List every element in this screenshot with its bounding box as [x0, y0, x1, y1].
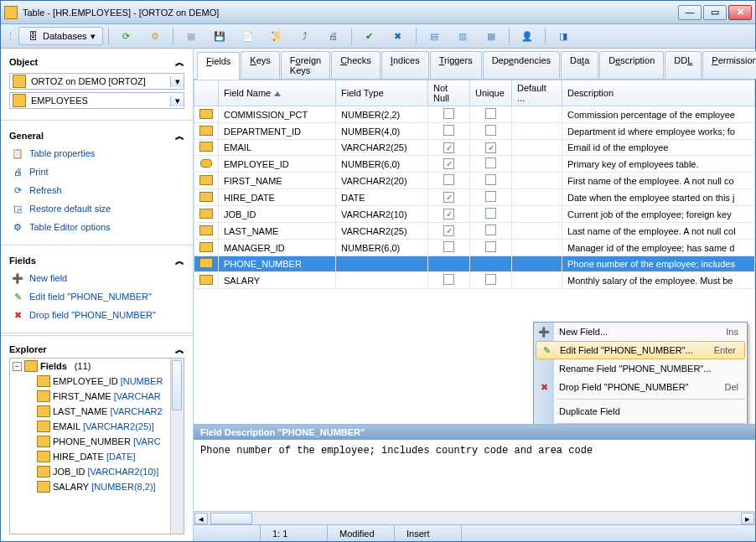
table-row[interactable]: PHONE_NUMBERPhone number of the employee… — [194, 256, 755, 272]
checkbox[interactable] — [485, 191, 496, 202]
tab-description[interactable]: Description — [599, 51, 664, 79]
checkbox[interactable] — [485, 225, 496, 235]
context-menu-item[interactable]: Duplicate Field — [534, 402, 747, 421]
tree-item[interactable]: LAST_NAME [VARCHAR2 — [10, 404, 184, 419]
commit-button[interactable]: ✔ — [357, 27, 382, 45]
checkbox[interactable] — [443, 241, 454, 252]
tree-item[interactable]: SALARY [NUMBER(8,2)] — [10, 479, 184, 494]
column-header[interactable]: Description — [562, 80, 755, 106]
table-row[interactable]: FIRST_NAMEVARCHAR2(20)First name of the … — [194, 173, 755, 189]
tb-btn-9[interactable]: ◨ — [551, 27, 576, 45]
tree-item[interactable]: FIRST_NAME [VARCHAR — [10, 389, 184, 404]
tb-btn-4[interactable]: ⤴ — [293, 27, 318, 45]
fields-action-item[interactable]: ✖Drop field "PHONE_NUMBER" — [9, 306, 184, 324]
checkbox[interactable]: ✓ — [443, 142, 454, 153]
maximize-button[interactable]: ▭ — [703, 5, 727, 20]
tree-item[interactable]: JOB_ID [VARCHAR2(10)] — [10, 464, 184, 479]
tree-item[interactable]: EMPLOYEE_ID [NUMBER — [10, 374, 184, 389]
scroll-left-button[interactable]: ◂ — [194, 513, 208, 524]
checkbox[interactable] — [443, 125, 454, 136]
checkbox[interactable] — [485, 125, 496, 136]
tab-data[interactable]: Data — [561, 51, 598, 79]
tree-item[interactable]: EMAIL [VARCHAR2(25)] — [10, 419, 184, 434]
fields-action-item[interactable]: ➕New field — [9, 269, 184, 287]
fields-grid[interactable]: Field NameField TypeNot NullUniqueDefaul… — [194, 80, 755, 289]
checkbox[interactable] — [485, 208, 496, 219]
column-header[interactable]: Field Type — [336, 80, 428, 106]
table-row[interactable]: SALARYMonthly salary of the employee. Mu… — [194, 272, 755, 289]
column-header[interactable]: Default ... — [512, 80, 562, 106]
table-row[interactable]: COMMISSION_PCTNUMBER(2,2)Commission perc… — [194, 106, 755, 123]
table-row[interactable]: HIRE_DATEDATE✓Date when the employee sta… — [194, 189, 755, 206]
tab-ddl[interactable]: DDL — [665, 51, 702, 79]
tb-btn-8[interactable]: 👤 — [515, 27, 540, 45]
tb-btn-5[interactable]: ▤ — [422, 27, 447, 45]
checkbox[interactable] — [485, 174, 496, 185]
collapse-toggle[interactable]: − — [13, 362, 22, 371]
explorer-tree[interactable]: − Fields (11) EMPLOYEE_ID [NUMBERFIRST_N… — [9, 358, 184, 534]
general-item[interactable]: 📋Table properties — [9, 144, 184, 163]
fields-action-item[interactable]: ✎Edit field "PHONE_NUMBER" — [9, 287, 184, 306]
column-header[interactable]: Unique — [470, 80, 512, 106]
tab-indices[interactable]: Indices — [381, 51, 429, 79]
horizontal-scrollbar[interactable]: ◂ ▸ — [194, 511, 755, 524]
tab-keys[interactable]: Keys — [241, 51, 279, 79]
minimize-button[interactable]: — — [678, 5, 702, 20]
general-item[interactable]: ⚙Table Editor options — [9, 218, 184, 236]
checkbox[interactable]: ✓ — [485, 142, 496, 153]
tree-root[interactable]: − Fields (11) — [10, 359, 184, 374]
checkbox[interactable]: ✓ — [443, 225, 454, 236]
table-row[interactable]: EMPLOYEE_IDNUMBER(6,0)✓Primary key of em… — [194, 156, 755, 173]
general-item[interactable]: ◲Restore default size — [9, 199, 184, 218]
explorer-panel-header[interactable]: Explorer ︽ — [9, 341, 184, 358]
tb-btn-1[interactable]: ▦ — [179, 27, 204, 45]
table-combo[interactable]: EMPLOYEES ▾ — [9, 92, 184, 109]
context-menu-item[interactable]: ✖Drop Field "PHONE_NUMBER"Del — [534, 378, 747, 396]
general-panel-header[interactable]: General ︽ — [9, 127, 184, 144]
tab-permissions[interactable]: Permissions — [702, 51, 756, 79]
rollback-button[interactable]: ✖ — [386, 27, 411, 45]
context-menu-item[interactable]: ➕New Field...Ins — [534, 323, 747, 341]
checkbox[interactable] — [443, 274, 454, 285]
table-row[interactable]: MANAGER_IDNUMBER(6,0)Manager id of the e… — [194, 240, 755, 256]
checkbox[interactable] — [485, 274, 496, 285]
close-button[interactable]: ✕ — [728, 5, 752, 20]
scrollbar-thumb[interactable] — [210, 513, 252, 524]
tree-scrollbar[interactable] — [170, 359, 184, 534]
tb-btn-2[interactable]: 📄 — [236, 27, 261, 45]
tb-btn-6[interactable]: ▥ — [450, 27, 475, 45]
tab-foreign-keys[interactable]: Foreign Keys — [281, 51, 330, 79]
description-body[interactable]: Phone number of the employee; includes c… — [194, 440, 755, 511]
connection-combo[interactable]: ORTOZ on DEMO [ORTOZ] ▾ — [9, 73, 184, 90]
tree-item[interactable]: PHONE_NUMBER [VARC — [10, 434, 184, 449]
checkbox[interactable] — [485, 108, 496, 119]
scroll-right-button[interactable]: ▸ — [741, 513, 754, 524]
general-item[interactable]: ⟳Refresh — [9, 181, 184, 199]
checkbox[interactable] — [443, 108, 454, 119]
tab-dependencies[interactable]: Dependencies — [483, 51, 560, 79]
table-row[interactable]: LAST_NAMEVARCHAR2(25)✓Last name of the e… — [194, 223, 755, 240]
table-row[interactable]: JOB_IDVARCHAR2(10)✓Current job of the em… — [194, 206, 755, 223]
fields-panel-header[interactable]: Fields ︽ — [9, 252, 184, 269]
checkbox[interactable] — [485, 241, 496, 252]
scrollbar-thumb[interactable] — [172, 360, 182, 410]
tab-checks[interactable]: Checks — [331, 51, 381, 79]
column-header[interactable]: Field Name — [219, 80, 336, 106]
checkbox[interactable]: ✓ — [443, 158, 454, 169]
print-button[interactable]: 🖨 — [321, 27, 346, 45]
save-button[interactable]: 💾 — [207, 27, 232, 45]
checkbox[interactable] — [485, 157, 496, 168]
column-header[interactable]: Not Null — [428, 80, 470, 106]
context-menu-item[interactable]: Rename Field "PHONE_NUMBER"... — [534, 359, 747, 378]
databases-dropdown[interactable]: 🗄 Databases ▾ — [18, 27, 103, 45]
checkbox[interactable] — [443, 174, 454, 185]
tab-fields[interactable]: Fields — [197, 52, 240, 80]
refresh-button[interactable]: ⟳ — [114, 27, 139, 45]
table-row[interactable]: DEPARTMENT_IDNUMBER(4,0)Department id wh… — [194, 123, 755, 140]
tree-item[interactable]: HIRE_DATE [DATE] — [10, 449, 184, 464]
checkbox[interactable]: ✓ — [443, 209, 454, 219]
tb-btn-7[interactable]: ▦ — [479, 27, 504, 45]
context-menu-item[interactable]: ✎Edit Field "PHONE_NUMBER"...Enter — [536, 341, 745, 359]
general-item[interactable]: 🖨Print — [9, 163, 184, 181]
checkbox[interactable]: ✓ — [443, 192, 454, 203]
